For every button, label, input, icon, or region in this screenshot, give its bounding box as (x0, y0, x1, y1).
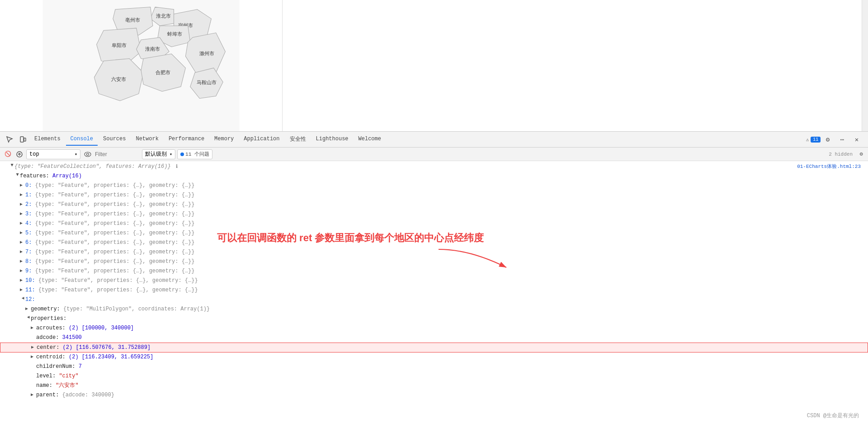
root-triangle[interactable]: ▶ (8, 164, 16, 169)
right-panel (283, 0, 862, 131)
tab-performance[interactable]: Performance (164, 133, 209, 146)
svg-text:合肥市: 合肥市 (156, 70, 170, 76)
clear-console-btn[interactable]: 🚫 (3, 149, 13, 159)
tab-network[interactable]: Network (131, 133, 163, 146)
svg-text:淮北市: 淮北市 (156, 13, 171, 19)
item9-triangle[interactable]: ▶ (20, 267, 25, 275)
geometry-triangle[interactable]: ▶ (25, 305, 31, 313)
tab-memory[interactable]: Memory (210, 133, 238, 146)
tab-console[interactable]: Console (66, 133, 98, 146)
array-item-9[interactable]: ▶ 9: {type: "Feature", properties: {…}, … (0, 267, 868, 276)
array-item-1[interactable]: ▶ 1: {type: "Feature", properties: {…}, … (0, 191, 868, 200)
issues-dot (180, 152, 184, 156)
item4-triangle[interactable]: ▶ (20, 219, 25, 228)
eye-icon-btn[interactable] (82, 151, 93, 158)
centroid-triangle[interactable]: ▶ (31, 353, 36, 361)
parent-line[interactable]: ▶ parent: {adcode: 340000} (0, 391, 868, 400)
close-icon-btn[interactable]: ✕ (851, 133, 863, 145)
more-icon-btn[interactable]: ⋯ (836, 133, 848, 145)
array-item-4[interactable]: ▶ 4: {type: "Feature", properties: {…}, … (0, 219, 868, 229)
parent-triangle[interactable]: ▶ (31, 391, 36, 399)
level-line[interactable]: ▶ level: "city" (0, 372, 868, 381)
acroutes-triangle[interactable]: ▶ (31, 324, 36, 332)
svg-text:滁州市: 滁州市 (199, 51, 214, 57)
console-toolbar: 🚫 top ▾ 默认级别 ▾ 11 个问题 2 hidden ⚙ (0, 148, 868, 161)
item0-triangle[interactable]: ▶ (20, 181, 25, 190)
svg-rect-11 (20, 137, 24, 142)
array-item-6[interactable]: ▶ 6: {type: "Feature", properties: {…}, … (0, 238, 868, 248)
file-link[interactable]: 01-ECharts体验.html:23 (797, 162, 864, 171)
geometry-line[interactable]: ▶ geometry: {type: "MultiPolygon", coord… (0, 305, 868, 314)
root-line-content: {type: "FeatureCollection", features: Ar… (14, 162, 797, 171)
svg-text:六安市: 六安市 (111, 76, 126, 82)
item11-triangle[interactable]: ▶ (20, 286, 25, 294)
filter-input[interactable] (95, 151, 140, 157)
csdn-watermark: CSDN @生命是有光的 (807, 412, 859, 419)
console-settings-btn[interactable]: ⚙ (857, 150, 865, 158)
scrollbar-right[interactable] (862, 0, 868, 131)
name-line[interactable]: ▶ name: "六安市" (0, 381, 868, 391)
hidden-count: 2 hidden (829, 152, 853, 157)
centroid-line[interactable]: ▶ centroid: (2) [116.23409, 31.659225] (0, 353, 868, 362)
tab-welcome[interactable]: Welcome (354, 133, 386, 146)
item10-triangle[interactable]: ▶ (20, 276, 25, 285)
item12-triangle[interactable]: ▼ (19, 297, 27, 302)
properties-triangle[interactable]: ▼ (24, 316, 32, 321)
array-item-5[interactable]: ▶ 5: {type: "Feature", properties: {…}, … (0, 229, 868, 238)
item8-triangle[interactable]: ▶ (20, 257, 25, 266)
features-line-content: features: Array(16) (20, 172, 864, 180)
svg-rect-12 (24, 138, 26, 141)
svg-text:马鞍山市: 马鞍山市 (197, 80, 217, 86)
center-line[interactable]: ▶ center: (2) [116.507676, 31.752889] (0, 343, 868, 353)
svg-text:蚌埠市: 蚌埠市 (167, 31, 182, 37)
item12-label: 12: (25, 296, 35, 303)
array-item-11[interactable]: ▶ 11: {type: "Feature", properties: {…},… (0, 286, 868, 295)
array-item-3[interactable]: ▶ 3: {type: "Feature", properties: {…}, … (0, 210, 868, 219)
map-svg: 宿州市 淮北市 亳州市 蚌埠市 阜阳市 滁州市 淮南市 六安市 (0, 0, 282, 131)
item1-triangle[interactable]: ▶ (20, 191, 25, 199)
issues-badge-count: 11 (811, 137, 821, 143)
item3-triangle[interactable]: ▶ (20, 210, 25, 218)
console-content[interactable]: ▶ {type: "FeatureCollection", features: … (0, 161, 868, 424)
svg-text:淮南市: 淮南市 (145, 46, 160, 52)
item7-triangle[interactable]: ▶ (20, 248, 25, 256)
adcode-line[interactable]: ▶ adcode: 341500 (0, 333, 868, 343)
tab-application[interactable]: Application (239, 133, 284, 146)
center-triangle[interactable]: ▶ (31, 343, 37, 352)
svg-text:亳州市: 亳州市 (125, 17, 140, 23)
issues-count-btn[interactable]: 11 个问题 (177, 149, 212, 159)
item6-triangle[interactable]: ▶ (20, 238, 25, 247)
tab-security[interactable]: 安全性 (285, 133, 311, 147)
array-item-8[interactable]: ▶ 8: {type: "Feature", properties: {…}, … (0, 257, 868, 267)
array-item-7[interactable]: ▶ 7: {type: "Feature", properties: {…}, … (0, 248, 868, 257)
properties-label-line[interactable]: ▼ properties: (0, 314, 868, 324)
tab-elements[interactable]: Elements (30, 133, 65, 146)
array-item-2[interactable]: ▶ 2: {type: "Feature", properties: {…}, … (0, 200, 868, 210)
svg-text:阜阳市: 阜阳市 (112, 43, 127, 48)
array-item-12[interactable]: ▼ 12: (0, 295, 868, 305)
level-dropdown[interactable]: 默认级别 ▾ (142, 149, 175, 159)
devtools-toolbar: Elements Console Sources Network Perform… (0, 131, 868, 148)
features-triangle[interactable]: ▶ (13, 173, 21, 179)
top-dropdown[interactable]: top ▾ (26, 149, 80, 159)
childrennum-line[interactable]: ▶ childrenNum: 7 (0, 362, 868, 372)
console-root-line[interactable]: ▶ {type: "FeatureCollection", features: … (0, 162, 868, 172)
filter-toggle-btn[interactable] (14, 149, 24, 159)
features-line[interactable]: ▶ features: Array(16) (0, 172, 868, 181)
level-label: 默认级别 (145, 150, 167, 158)
tab-lighthouse[interactable]: Lighthouse (311, 133, 353, 146)
array-item-10[interactable]: ▶ 10: {type: "Feature", properties: {…},… (0, 276, 868, 286)
tab-sources[interactable]: Sources (99, 133, 130, 146)
map-container: 宿州市 淮北市 亳州市 蚌埠市 阜阳市 滁州市 淮南市 六安市 (0, 0, 283, 131)
array-item-0[interactable]: ▶ 0: {type: "Feature", properties: {…}, … (0, 181, 868, 191)
settings-icon-btn[interactable]: ⚙ (822, 133, 834, 145)
badge-icon-btn[interactable]: ⚠ 11 (807, 133, 819, 145)
device-icon-btn[interactable] (17, 133, 29, 145)
svg-point-18 (87, 153, 89, 155)
properties-label: properties: (31, 314, 864, 323)
svg-point-17 (85, 152, 91, 157)
acroutes-line[interactable]: ▶ acroutes: (2) [100000, 340000] (0, 324, 868, 333)
inspect-icon-btn[interactable] (4, 133, 15, 145)
item5-triangle[interactable]: ▶ (20, 229, 25, 237)
item2-triangle[interactable]: ▶ (20, 200, 25, 209)
